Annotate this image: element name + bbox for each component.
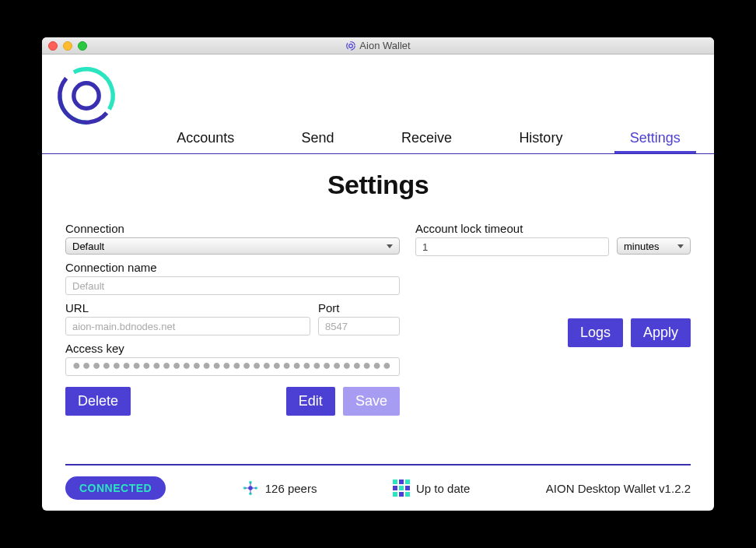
svg-point-3 <box>51 61 121 131</box>
peers-status: 126 peers <box>242 480 317 497</box>
access-key-input[interactable]: ●●●●●●●●●●●●●●●●●●●●●●●●●●●●●●●● <box>65 357 400 376</box>
timeout-unit-value: minutes <box>624 241 660 252</box>
header: Accounts Send Receive History Settings <box>42 54 714 154</box>
delete-button[interactable]: Delete <box>65 387 131 416</box>
edit-button[interactable]: Edit <box>286 387 335 416</box>
logs-button[interactable]: Logs <box>568 318 623 347</box>
window-title-text: Aion Wallet <box>359 40 410 51</box>
tab-receive[interactable]: Receive <box>386 124 467 153</box>
connection-column: Connection Default Connection name URL P… <box>65 216 400 416</box>
save-button[interactable]: Save <box>343 387 400 416</box>
window-title: Aion Wallet <box>42 40 714 51</box>
tab-history[interactable]: History <box>503 124 578 153</box>
apply-button[interactable]: Apply <box>631 318 691 347</box>
nav-tabs: Accounts Send Receive History Settings <box>42 124 714 154</box>
connection-name-input[interactable] <box>65 276 400 295</box>
svg-point-0 <box>347 41 355 50</box>
network-icon <box>242 480 259 497</box>
minimize-icon[interactable] <box>63 41 72 51</box>
url-label: URL <box>65 301 310 314</box>
app-icon <box>345 40 356 51</box>
page-title: Settings <box>65 170 691 200</box>
window-controls <box>42 41 87 51</box>
svg-point-2 <box>51 61 121 131</box>
content: Settings Connection Default Connection n… <box>42 154 714 464</box>
app-window: Aion Wallet Accounts Send Receive Histor… <box>42 37 714 511</box>
grid-icon <box>393 480 410 497</box>
timeout-label: Account lock timeout <box>415 222 691 235</box>
sync-status: Up to date <box>393 480 470 497</box>
tab-settings[interactable]: Settings <box>614 124 696 153</box>
peers-text: 126 peers <box>265 482 317 495</box>
url-input[interactable] <box>65 317 310 335</box>
timeout-input[interactable] <box>415 237 609 256</box>
connection-name-label: Connection name <box>65 261 400 274</box>
close-icon[interactable] <box>48 41 58 51</box>
connection-select-value: Default <box>72 241 104 252</box>
connection-select[interactable]: Default <box>65 237 400 255</box>
tab-send[interactable]: Send <box>286 124 350 153</box>
chevron-down-icon <box>387 244 393 248</box>
connection-label: Connection <box>65 222 400 235</box>
footer: CONNECTED 126 peers Up to date <box>65 464 691 511</box>
timeout-column: Account lock timeout minutes Logs Apply <box>415 216 691 416</box>
timeout-unit-select[interactable]: minutes <box>617 237 691 255</box>
maximize-icon[interactable] <box>78 41 87 51</box>
port-label: Port <box>318 301 400 314</box>
titlebar: Aion Wallet <box>42 37 714 54</box>
version-text: AION Desktop Wallet v1.2.2 <box>546 482 691 495</box>
logo-icon <box>51 61 121 131</box>
sync-text: Up to date <box>416 482 470 495</box>
tab-accounts[interactable]: Accounts <box>161 124 250 153</box>
port-input[interactable] <box>318 317 400 335</box>
svg-point-1 <box>349 44 353 47</box>
status-badge: CONNECTED <box>65 476 166 500</box>
svg-point-4 <box>74 83 99 108</box>
chevron-down-icon <box>677 244 684 248</box>
access-key-label: Access key <box>65 342 400 355</box>
